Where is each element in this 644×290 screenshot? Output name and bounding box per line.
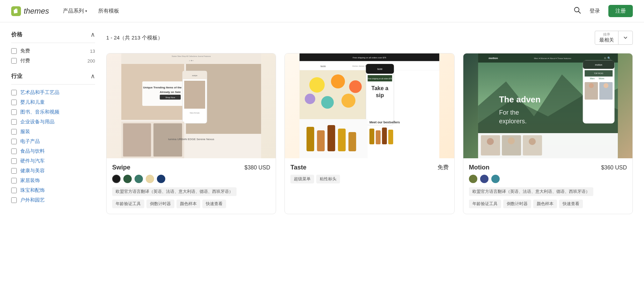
swipe-card-body: Swipe $380 USD 欧盟官方语言翻译（英语、法语、意大利语、德语、西班…: [107, 158, 276, 214]
filter-item-paid[interactable]: 付费 200: [11, 58, 95, 64]
taste-card-image: Free shipping on all orders over $75 tas…: [285, 53, 454, 158]
swatch-black[interactable]: [112, 175, 121, 183]
logo[interactable]: themes: [11, 6, 49, 16]
taste-price: 免费: [437, 164, 449, 171]
paid-label: 付费: [20, 58, 84, 64]
swatch-navy[interactable]: [157, 175, 165, 183]
sort-control[interactable]: 排序 最相关: [595, 31, 633, 45]
svg-rect-46: [317, 130, 325, 151]
svg-text:Meet our bestsellers: Meet our bestsellers: [369, 121, 400, 124]
svg-text:The adven: The adven: [499, 95, 541, 104]
baby-kids-checkbox[interactable]: [11, 100, 17, 105]
svg-text:Starter Sites  Shop All  Colle: Starter Sites Shop All Collections Journ…: [172, 55, 211, 57]
svg-point-81: [529, 138, 536, 145]
price-filter-toggle[interactable]: ∧: [91, 31, 95, 38]
svg-text:For the: For the: [499, 109, 519, 116]
motion-title-row: Motion $360 USD: [469, 164, 627, 171]
svg-point-80: [508, 137, 515, 144]
svg-rect-53: [388, 130, 393, 144]
industry-clothing[interactable]: 服装: [11, 129, 95, 135]
motion-tag-color: 颜色样本: [533, 200, 557, 208]
industry-electronics[interactable]: 电子产品: [11, 138, 95, 145]
motion-description-tags: 欧盟官方语言翻译（英语、法语、意大利语、德语、西班牙语）: [469, 187, 627, 196]
swatch-olive[interactable]: [469, 175, 477, 183]
svg-point-32: [349, 80, 362, 93]
swipe-card-image: Starter Sites Shop All Collections Journ…: [107, 53, 276, 158]
theme-card-motion: motion Men ▾ Women ▾ About ▾ These featu…: [463, 53, 633, 214]
svg-point-30: [309, 77, 325, 93]
nav-link-products[interactable]: 产品系列 ▾: [63, 8, 87, 14]
taste-card-body: Taste 免费 超级菜单 粘性标头: [285, 158, 454, 189]
hardware-checkbox[interactable]: [11, 158, 17, 164]
register-button[interactable]: 注册: [608, 5, 633, 17]
outdoor-checkbox[interactable]: [11, 197, 17, 203]
industry-filter-toggle[interactable]: ∧: [91, 72, 95, 80]
industry-home[interactable]: 家居装饰: [11, 177, 95, 184]
filter-item-free[interactable]: 免费 13: [11, 48, 95, 54]
logo-text: themes: [24, 7, 49, 16]
svg-rect-48: [338, 129, 346, 151]
industry-books[interactable]: 图书、音乐和视频: [11, 109, 95, 115]
outdoor-label: 户外和园艺: [20, 197, 45, 203]
svg-text:taste: taste: [377, 68, 383, 70]
motion-card-image: motion Men ▾ Women ▾ About ▾ These featu…: [463, 53, 632, 158]
theme-card-taste: Free shipping on all orders over $75 tas…: [284, 53, 454, 214]
business-checkbox[interactable]: [11, 119, 17, 125]
arts-crafts-checkbox[interactable]: [11, 90, 17, 95]
nav-link-all-templates[interactable]: 所有模板: [98, 8, 119, 14]
industry-baby-kids[interactable]: 婴儿和儿童: [11, 99, 95, 106]
free-checkbox[interactable]: [11, 48, 17, 54]
industry-health[interactable]: 健康与美容: [11, 168, 95, 174]
svg-text:⛭ 🔍: ⛭ 🔍: [604, 56, 611, 60]
chevron-down-icon: ▾: [85, 9, 87, 13]
shopify-logo-icon: [11, 6, 21, 16]
industry-filter-title: 行业: [11, 73, 22, 80]
taste-title-row: Taste 免费: [290, 164, 448, 171]
svg-text:motion: motion: [489, 57, 498, 60]
sort-dropdown-button[interactable]: [618, 35, 632, 40]
industry-outdoor[interactable]: 户外和园艺: [11, 197, 95, 203]
svg-text:Already on Sale: Already on Sale: [160, 90, 181, 94]
motion-tag-countdown: 倒数计时器: [503, 200, 531, 208]
svg-point-33: [305, 94, 315, 104]
food-checkbox[interactable]: [11, 148, 17, 154]
industry-food[interactable]: 食品与饮料: [11, 148, 95, 154]
swipe-title-row: Swipe $380 USD: [112, 164, 270, 171]
main-content: 1 - 24（共 213 个模板） 排序 最相关: [106, 31, 633, 214]
taste-feature-tags: 超级菜单 粘性标头: [290, 175, 448, 183]
swipe-title: Swipe: [112, 164, 130, 171]
health-checkbox[interactable]: [11, 168, 17, 174]
books-checkbox[interactable]: [11, 109, 17, 115]
home-label: 家居装饰: [20, 177, 40, 184]
industry-filter-section: 行业 ∧ 艺术品和手工艺品 婴儿和儿童 图书、音乐和视频 企业设备与用品: [11, 72, 95, 203]
login-button[interactable]: 登录: [589, 8, 600, 14]
svg-text:taste: taste: [320, 65, 326, 67]
navbar: themes 产品系列 ▾ 所有模板 登录 注册: [0, 0, 644, 22]
jewelry-checkbox[interactable]: [11, 188, 17, 193]
svg-text:Take a: Take a: [371, 85, 389, 91]
motion-card-body: Motion $360 USD 欧盟官方语言翻译（英语、法语、意大利语、德语、西…: [463, 158, 632, 214]
baby-kids-label: 婴儿和儿童: [20, 99, 45, 106]
sort-label: 排序 最相关: [595, 31, 618, 44]
industry-arts-crafts[interactable]: 艺术品和手工艺品: [11, 89, 95, 96]
swipe-swatches: [112, 175, 270, 183]
svg-rect-50: [369, 129, 374, 144]
swatch-tan[interactable]: [146, 175, 154, 183]
swatch-blue[interactable]: [480, 175, 489, 183]
industry-hardware[interactable]: 硬件与汽车: [11, 158, 95, 164]
paid-checkbox[interactable]: [11, 58, 17, 64]
industry-jewelry[interactable]: 珠宝和配饰: [11, 187, 95, 194]
svg-text:Wom: Wom: [599, 77, 604, 80]
electronics-checkbox[interactable]: [11, 139, 17, 144]
svg-rect-49: [348, 132, 356, 151]
svg-point-79: [487, 138, 494, 145]
industry-business[interactable]: 企业设备与用品: [11, 119, 95, 125]
swatch-cyan[interactable]: [491, 175, 500, 183]
swatch-teal[interactable]: [135, 175, 143, 183]
free-label: 免费: [20, 48, 87, 54]
home-checkbox[interactable]: [11, 178, 17, 183]
swatch-dark-green[interactable]: [123, 175, 132, 183]
clothing-checkbox[interactable]: [11, 129, 17, 135]
svg-text:Free shipping on all orders ov: Free shipping on all orders over $75: [353, 57, 386, 59]
search-button[interactable]: [573, 6, 581, 16]
